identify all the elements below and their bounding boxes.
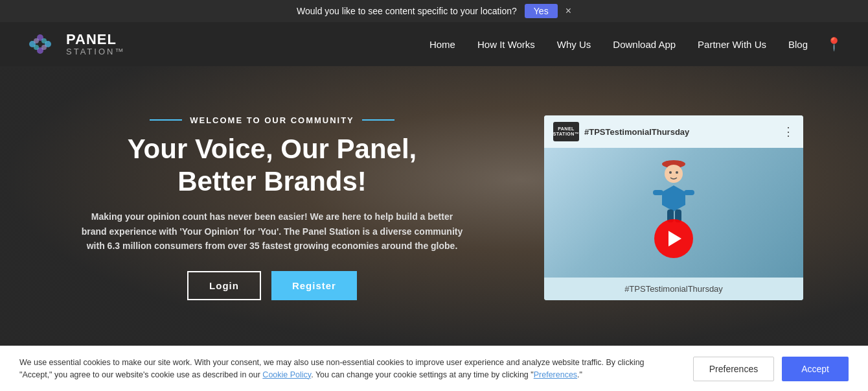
video-logo: PANELSTATION™ — [553, 122, 579, 141]
nav-how-it-works[interactable]: How It Works — [468, 34, 544, 55]
hero-title-line2: Better Brands! — [177, 166, 367, 196]
hero-buttons: Login Register — [78, 271, 466, 300]
nav-links: Home How It Works Why Us Download App Pa… — [420, 34, 842, 55]
play-button[interactable] — [654, 219, 693, 258]
preferences-button[interactable]: Preferences — [693, 357, 774, 381]
svg-point-10 — [665, 165, 683, 183]
nav-download-app[interactable]: Download App — [604, 34, 685, 55]
close-button[interactable]: × — [565, 6, 571, 16]
svg-point-17 — [676, 171, 678, 174]
hero-title-line1: Your Voice, Our Panel, — [128, 134, 417, 164]
location-message: Would you like to see content specific t… — [297, 6, 517, 16]
video-thumbnail[interactable] — [544, 148, 803, 278]
svg-point-4 — [34, 38, 39, 43]
subtitle-line-left — [150, 119, 182, 121]
nav-why-us[interactable]: Why Us — [548, 34, 600, 55]
svg-rect-13 — [684, 190, 694, 195]
location-bar: Would you like to see content specific t… — [0, 0, 868, 22]
logo-station: STATION™ — [66, 47, 125, 56]
cookie-policy-link[interactable]: Cookie Policy — [262, 370, 311, 379]
nav-blog[interactable]: Blog — [779, 34, 817, 55]
video-more-button[interactable]: ⋮ — [782, 124, 794, 139]
login-button[interactable]: Login — [187, 271, 261, 300]
video-caption: #TPSTestimonialThursday — [544, 278, 803, 300]
play-icon[interactable] — [654, 219, 693, 258]
hero-description: Making your opinion count has never been… — [78, 209, 466, 253]
cookie-text: We use essential cookies to make our sit… — [19, 357, 674, 381]
svg-rect-12 — [653, 190, 663, 195]
hero-title: Your Voice, Our Panel, Better Brands! — [78, 133, 466, 198]
video-title: #TPSTestimonialThursday — [584, 127, 777, 137]
logo-icon — [26, 27, 60, 61]
accept-button[interactable]: Accept — [782, 357, 849, 381]
subtitle-line-right — [362, 119, 394, 121]
nav-partner-with-us[interactable]: Partner With Us — [689, 34, 775, 55]
hero-content: WELCOME TO OUR COMMUNITY Your Voice, Our… — [78, 115, 466, 301]
video-card: PANELSTATION™ #TPSTestimonialThursday ⋮ — [544, 115, 803, 300]
yes-button[interactable]: Yes — [525, 4, 558, 18]
cookie-bar: We use essential cookies to make our sit… — [0, 346, 868, 391]
cookie-buttons: Preferences Accept — [693, 357, 849, 381]
svg-point-6 — [34, 45, 39, 50]
svg-point-5 — [41, 38, 47, 43]
svg-marker-11 — [662, 185, 685, 211]
cookie-text-end: ." — [577, 370, 582, 379]
svg-point-7 — [41, 45, 47, 50]
logo[interactable]: PANEL STATION™ — [26, 27, 125, 61]
video-header: PANELSTATION™ #TPSTestimonialThursday ⋮ — [544, 115, 803, 148]
video-logo-text: PANELSTATION™ — [553, 126, 580, 136]
logo-panel: PANEL — [66, 32, 125, 47]
hero-subtitle-row: WELCOME TO OUR COMMUNITY — [78, 115, 466, 125]
cookie-preferences-link[interactable]: Preferences — [534, 370, 577, 379]
cookie-text-after: . You can change your cookie settings at… — [311, 370, 534, 379]
register-button[interactable]: Register — [271, 271, 357, 300]
nav-home[interactable]: Home — [420, 34, 464, 55]
hero-section: WELCOME TO OUR COMMUNITY Your Voice, Our… — [0, 66, 868, 350]
svg-point-16 — [669, 171, 672, 174]
hero-subtitle-text: WELCOME TO OUR COMMUNITY — [190, 115, 354, 125]
navbar: PANEL STATION™ Home How It Works Why Us … — [0, 22, 868, 66]
location-icon[interactable]: 📍 — [826, 36, 842, 52]
logo-text: PANEL STATION™ — [66, 32, 125, 56]
